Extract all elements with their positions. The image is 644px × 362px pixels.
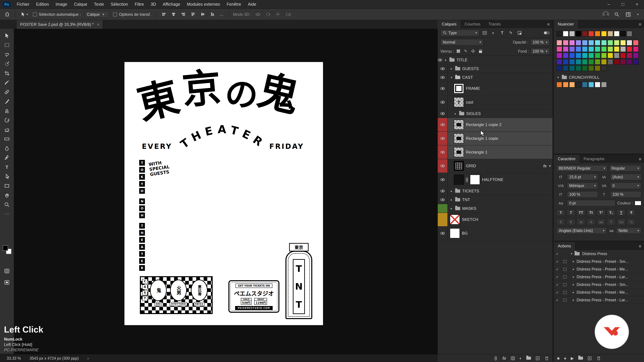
layer-effects-icon[interactable]: fx [502,356,506,361]
search-icon[interactable] [613,10,621,18]
color-swatch[interactable] [582,59,588,65]
discretionary-ligatures-button[interactable]: st [576,219,585,225]
color-swatch[interactable] [595,82,600,87]
quick-mask-icon[interactable] [0,266,14,276]
color-swatch[interactable] [626,46,632,52]
add-mask-icon[interactable] [510,356,515,361]
align-right-icon[interactable] [180,10,187,18]
color-swatch[interactable] [556,53,562,58]
lock-position-icon[interactable] [470,48,476,54]
superscript-button[interactable]: T¹ [597,209,606,216]
layer-row-tnt[interactable]: ▸TNT [438,195,552,204]
workspace-switcher-icon[interactable] [625,10,632,18]
color-swatch[interactable] [576,82,581,87]
color-swatch[interactable] [576,31,581,36]
menu-fenetre[interactable]: Fenêtre [224,0,244,8]
color-swatch[interactable] [588,53,594,58]
menu-texte[interactable]: Texte [90,0,107,8]
stop-icon[interactable]: ■ [557,356,560,361]
color-swatch[interactable] [601,46,607,52]
color-swatch[interactable] [595,65,600,71]
new-set-icon[interactable] [578,357,583,360]
hand-tool[interactable] [0,190,14,200]
record-icon[interactable]: ● [564,356,566,361]
eraser-tool[interactable] [0,125,14,134]
tab-paragraphe[interactable]: Paragraphe [580,155,608,163]
delete-layer-icon[interactable] [544,356,549,361]
color-swatch[interactable] [582,53,588,58]
layer-row-title[interactable]: ▸TITLE [438,56,552,64]
menu-modules[interactable]: Modules externes [184,0,223,8]
color-swatch[interactable] [569,31,575,36]
lock-all-icon[interactable] [478,48,484,54]
action-row[interactable]: ✓ ▸ Distress Press - Preset - Me... [554,266,644,273]
move-tool[interactable] [0,31,14,40]
crop-tool[interactable] [0,68,14,78]
transform-controls-checkbox[interactable]: Options de transf. [112,10,152,18]
visibility-toggle[interactable] [438,187,448,195]
color-swatch[interactable] [582,40,588,45]
panel-menu-icon[interactable]: ≡ [544,22,552,27]
layer-filter-search[interactable]: Type ▾ [440,29,479,36]
lasso-tool[interactable] [0,50,14,59]
tab-close-icon[interactable]: × [97,22,100,27]
color-swatch[interactable] [588,82,594,87]
healing-brush-tool[interactable] [0,87,14,96]
color-swatch[interactable] [576,65,581,71]
tab-calques[interactable]: Calques [438,20,460,28]
menu-calque[interactable]: Calque [70,0,90,8]
color-swatch[interactable] [569,59,575,65]
color-swatch[interactable] [633,40,639,45]
brush-tool[interactable] [0,96,14,106]
layer-filter-toggle[interactable] [544,31,550,34]
visibility-toggle[interactable] [438,118,448,131]
color-swatch[interactable] [620,53,626,58]
pen-tool[interactable] [0,153,14,162]
color-swatch[interactable] [601,59,607,65]
menu-affichage[interactable]: Affichage [159,0,184,8]
action-set-row[interactable]: ✓ ▾ Distress Press [554,250,644,258]
color-swatch[interactable] [608,59,613,65]
account-avatar[interactable] [602,11,609,17]
gradient-tool[interactable] [0,134,14,143]
color-swatch[interactable] [601,31,607,36]
color-swatch[interactable] [569,65,575,71]
color-swatch[interactable] [614,40,620,45]
link-layers-icon[interactable] [494,356,498,361]
color-swatch[interactable] [563,40,568,45]
color-swatch[interactable] [608,40,613,45]
color-swatch[interactable] [576,46,581,52]
more-align-options-icon[interactable]: … [218,10,224,18]
shape-tool[interactable] [0,181,14,190]
fractions-button[interactable]: ½ [627,219,636,225]
visibility-toggle[interactable] [438,204,448,213]
subscript-button[interactable]: T₁ [607,209,616,216]
blend-mode-dropdown[interactable]: Normal ▾ [440,39,483,45]
visibility-toggle[interactable] [438,195,448,204]
color-swatch[interactable] [556,82,562,87]
layer-row-sketch[interactable]: SKETCH [438,213,552,227]
layer-row-guests[interactable]: ▸GUESTS [438,64,552,73]
stylistic-alternates-button[interactable]: aa [597,219,606,225]
visibility-toggle[interactable] [438,213,448,226]
leading-field[interactable]: (Auto)▾ [610,174,641,180]
font-style-dropdown[interactable]: Regular▾ [609,165,641,172]
visibility-toggle[interactable] [438,82,448,95]
color-swatch[interactable] [569,82,575,87]
color-swatch[interactable] [582,46,588,52]
color-swatch[interactable] [563,65,568,71]
status-chevron-icon[interactable]: › [88,356,89,360]
adjustment-layer-icon[interactable]: ◐ [520,356,522,361]
color-swatch[interactable] [576,53,581,58]
align-middle-v-icon[interactable] [199,10,206,18]
layer-row-rectangle-1-copie-2[interactable]: Rectangle 1 copie 2 [438,118,552,132]
tab-nuancier[interactable]: Nuancier [554,20,578,28]
color-swatch[interactable] [620,46,626,52]
blur-tool[interactable] [0,143,14,153]
layer-row-grid[interactable]: GRID fx▾ [438,159,552,173]
layer-row-halftone[interactable]: HALFTONE [438,173,552,187]
color-swatch[interactable] [608,46,613,52]
color-swatch[interactable] [582,65,588,71]
baseline-shift-field[interactable]: 0 pt [567,200,616,206]
color-swatch[interactable] [620,40,626,45]
